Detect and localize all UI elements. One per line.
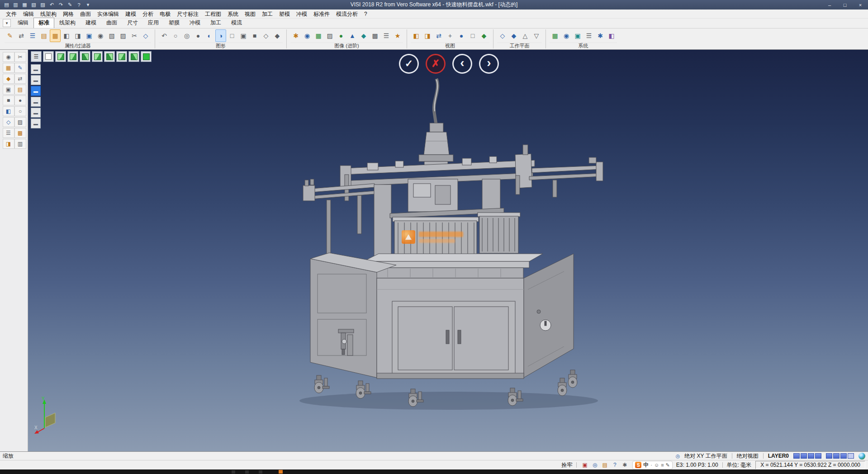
material-icon[interactable]: ▦ <box>313 29 324 42</box>
shaded-view-icon[interactable] <box>141 51 152 62</box>
palette-icon[interactable]: ▥ <box>14 139 26 149</box>
wireframe-display-icon[interactable]: ○ <box>170 29 181 42</box>
zoom-view-icon[interactable] <box>55 51 66 62</box>
menu-analysis[interactable]: 分析 <box>139 10 157 18</box>
filter-dimensions-icon[interactable]: ▬ <box>31 108 41 118</box>
save-all-icon[interactable]: ▧ <box>30 1 38 9</box>
shaded-edges-display-icon[interactable]: ◐ <box>204 29 215 42</box>
ghost-display-icon[interactable]: ◇ <box>261 29 271 42</box>
zoom-window-icon[interactable]: ◨ <box>422 29 433 42</box>
workplane-view-icon[interactable]: ◆ <box>508 29 519 42</box>
new-file-icon[interactable]: ▤ <box>3 1 10 9</box>
front-view-icon[interactable] <box>116 51 127 62</box>
viewport-3d[interactable]: ▬▬▬▬▬▬ ✓✗‹› Y X <box>28 50 868 451</box>
save-icon[interactable]: ▦ <box>21 1 28 9</box>
print-icon[interactable]: ▨ <box>39 1 47 9</box>
pattern-filter-icon[interactable]: ▨ <box>118 29 128 42</box>
list-icon[interactable]: ☰ <box>3 128 14 138</box>
outline-display-icon[interactable]: ▣ <box>238 29 249 42</box>
pan-view-icon[interactable]: + <box>445 29 455 42</box>
shaded-display-icon[interactable]: ● <box>193 29 204 42</box>
search-icon[interactable]: ◎ <box>591 461 599 469</box>
profile-icon[interactable]: ◇ <box>3 117 14 127</box>
menu-flow-analysis[interactable]: 模流分析 <box>333 10 361 18</box>
ime-emoji-icon[interactable]: ☺ <box>654 462 659 468</box>
snap-lock-toggle[interactable]: 拴牢 <box>561 461 572 469</box>
filter-solids-icon[interactable]: ▬ <box>31 64 41 74</box>
menu-dimension[interactable]: 尺寸标注 <box>174 10 202 18</box>
layers-icon[interactable]: ◨ <box>3 139 14 149</box>
swap-icon[interactable]: ⇄ <box>14 74 26 84</box>
iso-view-1-icon[interactable] <box>67 51 78 62</box>
tab-standard[interactable]: 标准 <box>33 18 54 28</box>
tab-die[interactable]: 冲模 <box>185 18 205 28</box>
attribute-edit-icon[interactable]: ✎ <box>5 29 15 42</box>
sketch-icon[interactable]: ✎ <box>14 63 26 73</box>
iso-view-2-icon[interactable] <box>80 51 90 62</box>
hatch-icon[interactable]: ▨ <box>14 117 26 127</box>
tab-modeling[interactable]: 建模 <box>81 18 101 28</box>
shadow-icon[interactable]: ● <box>336 29 346 42</box>
menu-file[interactable]: 文件 <box>3 10 20 18</box>
workplane-xy-icon[interactable]: ◇ <box>497 29 508 42</box>
previous-button[interactable]: ‹ <box>452 54 472 74</box>
tab-mold[interactable]: 塑膜 <box>164 18 185 28</box>
menu-die[interactable]: 冲模 <box>293 10 310 18</box>
alert-icon[interactable]: ▣ <box>581 461 589 469</box>
cancel-button[interactable]: ✗ <box>426 54 446 74</box>
clip-plane-icon[interactable]: ◆ <box>358 29 369 42</box>
ime-logo-icon[interactable]: S <box>635 462 641 468</box>
cylinder-icon[interactable]: ● <box>14 95 26 105</box>
sphere-icon[interactable]: ○ <box>14 106 26 116</box>
view-menu-icon[interactable] <box>31 51 42 62</box>
show-entities-icon[interactable]: ◨ <box>72 29 83 42</box>
filter-wireframe-icon[interactable]: ▬ <box>31 86 41 96</box>
cut-filter-icon[interactable]: ✂ <box>129 29 140 42</box>
folder-icon[interactable]: ▤ <box>601 461 609 469</box>
selection-filter-icon[interactable]: ▣ <box>84 29 95 42</box>
menu-help[interactable]: ? <box>361 10 370 18</box>
trim-icon[interactable]: ✂ <box>14 52 26 62</box>
grid-icon[interactable]: ▦ <box>3 63 14 73</box>
texture-icon[interactable]: ▨ <box>324 29 335 42</box>
ime-mode-dot-icon[interactable]: · <box>650 462 652 468</box>
render-icon[interactable]: ✱ <box>290 29 301 42</box>
shape-filter-icon[interactable]: ◇ <box>140 29 151 42</box>
attribute-swap-icon[interactable]: ⇄ <box>16 29 27 42</box>
side-view-icon[interactable] <box>128 51 139 62</box>
top-view-icon[interactable] <box>43 51 54 62</box>
box-display-icon[interactable]: □ <box>227 29 237 42</box>
menu-surface[interactable]: 曲面 <box>77 10 94 18</box>
filter-all-icon[interactable]: ▬ <box>31 118 41 128</box>
hatch-filter-icon[interactable]: ▧ <box>106 29 117 42</box>
open-file-icon[interactable]: ▥ <box>12 1 19 9</box>
ime-language-toggle[interactable]: 中 <box>643 461 649 469</box>
layer-filter-icon[interactable]: ▤ <box>38 29 49 42</box>
active-layer-label[interactable]: LAYER0 <box>768 453 789 459</box>
close-button[interactable]: × <box>853 0 868 9</box>
tab-surface[interactable]: 曲面 <box>101 18 122 28</box>
attribute-list-icon[interactable]: ☰ <box>27 29 38 42</box>
tab-edit[interactable]: 编辑 <box>13 18 33 28</box>
iso-view-icon[interactable]: ◆ <box>479 29 489 42</box>
grid-settings-icon[interactable]: ▣ <box>572 29 583 42</box>
select-icon[interactable]: ◉ <box>3 52 14 62</box>
quick-filter-icon[interactable]: ▦ <box>50 29 61 42</box>
menu-machining[interactable]: 加工 <box>259 10 276 18</box>
tab-machining[interactable]: 加工 <box>205 18 226 28</box>
menu-drafting[interactable]: 工程图 <box>202 10 224 18</box>
dynamic-shade-icon[interactable]: ◑ <box>215 29 226 42</box>
help-icon[interactable]: ? <box>75 1 83 9</box>
zoom-all-icon[interactable]: ◧ <box>411 29 422 42</box>
workplane-label[interactable]: 绝对 XY 工作平面 <box>684 452 727 460</box>
taskbar-active-app-icon[interactable] <box>279 470 283 474</box>
box-icon[interactable]: ■ <box>3 95 14 105</box>
tab-wireframe[interactable]: 线架构 <box>54 18 81 28</box>
tab-application[interactable]: 应用 <box>143 18 164 28</box>
rotate-view-icon[interactable]: ● <box>456 29 467 42</box>
menu-modeling[interactable]: 建模 <box>122 10 139 18</box>
menu-view[interactable]: 视图 <box>242 10 259 18</box>
workplane-flip-icon[interactable]: ▽ <box>531 29 542 42</box>
menu-mesh[interactable]: 网格 <box>60 10 77 18</box>
front-view-icon[interactable]: □ <box>467 29 478 42</box>
